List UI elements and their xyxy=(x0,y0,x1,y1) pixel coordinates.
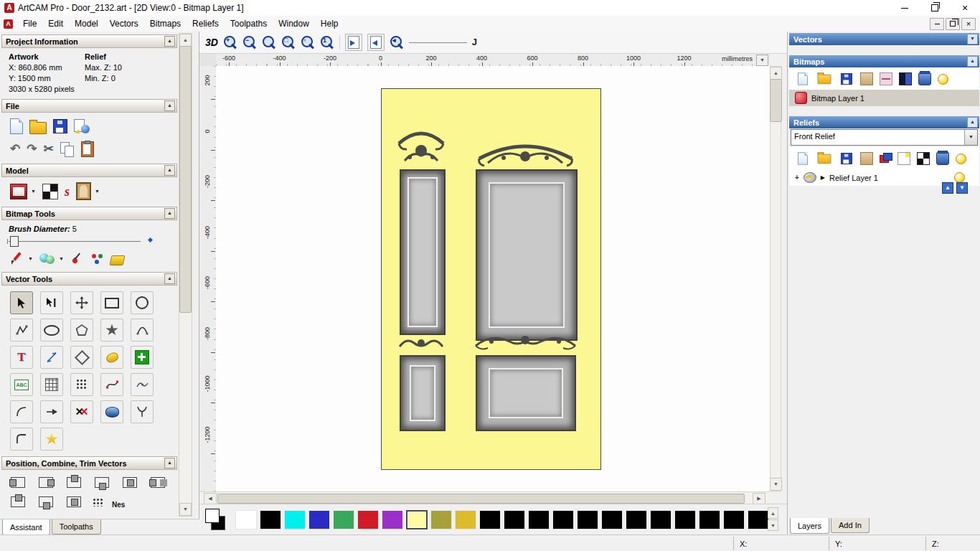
palette-swatch[interactable] xyxy=(674,510,696,529)
combine-tool-1[interactable] xyxy=(9,495,27,509)
palette-swatch[interactable] xyxy=(430,510,452,529)
canvas-scroll-left-button[interactable]: ◀ xyxy=(204,493,217,504)
combine-tool-2[interactable] xyxy=(37,495,55,509)
collapse-bitmap-tools-button[interactable]: ▲ xyxy=(164,208,175,219)
zoom-fit-button[interactable]: ▫ xyxy=(301,35,315,50)
palette-swatch[interactable] xyxy=(308,510,330,529)
bitmap-adjust-icon[interactable] xyxy=(880,72,892,85)
align-top-tool[interactable] xyxy=(65,476,83,489)
brush-diameter-slider[interactable] xyxy=(6,235,171,246)
relief-greyscale-icon[interactable] xyxy=(917,152,930,165)
collapse-model-button[interactable]: ▲ xyxy=(164,165,175,176)
canvas-scroll-down-button[interactable]: ▼ xyxy=(770,478,782,491)
palette-scroll-up-button[interactable]: ▲ xyxy=(768,507,778,519)
zoom-1to1-button[interactable]: 1 xyxy=(320,35,334,50)
delete-relief-layer-icon[interactable] xyxy=(936,152,949,165)
collapse-reliefs-button[interactable]: ▲ xyxy=(967,117,978,128)
menu-edit[interactable]: Edit xyxy=(42,16,69,32)
move-layer-up-button[interactable]: ▲ xyxy=(942,182,953,194)
reliefs-section-header[interactable]: Reliefs ▲ xyxy=(789,116,979,128)
vectors-section-header[interactable]: Vectors ▼ xyxy=(789,33,979,45)
model-size-dropdown-icon[interactable]: ▼ xyxy=(31,189,36,194)
palette-swatch[interactable] xyxy=(455,510,476,529)
collapse-file-button[interactable]: ▲ xyxy=(164,100,175,111)
menu-vectors[interactable]: Vectors xyxy=(104,16,144,32)
flood-fill-icon[interactable] xyxy=(109,255,125,265)
fillet-branch-tool[interactable] xyxy=(131,400,154,423)
redo-icon[interactable]: ↷ xyxy=(27,142,37,156)
new-bitmap-layer-icon[interactable] xyxy=(798,72,808,85)
create-polygon-tool[interactable] xyxy=(70,319,93,342)
paint-selective-icon[interactable] xyxy=(39,252,55,265)
model-lighting-icon[interactable] xyxy=(42,184,58,199)
measure-tool[interactable] xyxy=(40,346,63,369)
scroll-down-button[interactable]: ▼ xyxy=(179,503,192,516)
open-relief-layer-icon[interactable] xyxy=(818,154,831,163)
scroll-up-button[interactable]: ▲ xyxy=(179,34,192,47)
palette-scrollbar[interactable]: ▲ ▼ xyxy=(768,507,778,532)
slider-handle-icon[interactable]: Ј xyxy=(472,37,477,47)
wrap-vectors-tool[interactable] xyxy=(40,428,63,451)
paste-icon[interactable] xyxy=(81,141,94,157)
relief-layer-expand-icon[interactable]: ▶ xyxy=(821,174,825,181)
relief-layers-icon[interactable] xyxy=(880,153,891,164)
align-right-tool[interactable] xyxy=(37,476,55,489)
new-model-icon[interactable] xyxy=(10,118,23,134)
toggle-relief-visibility-icon[interactable] xyxy=(956,154,966,164)
door-artwork[interactable] xyxy=(381,88,601,470)
palette-swatch[interactable] xyxy=(479,510,501,529)
copy-icon[interactable] xyxy=(60,142,75,156)
move-layer-down-button[interactable]: ▼ xyxy=(956,182,968,194)
create-star-tool[interactable] xyxy=(100,319,123,342)
create-rectangle-tool[interactable] xyxy=(100,291,123,314)
relief-combo-dropdown-icon[interactable]: ▼ xyxy=(964,130,977,145)
save-bitmap-layer-icon[interactable] xyxy=(841,73,852,85)
close-button[interactable]: × xyxy=(950,0,980,16)
tab-assistant[interactable]: Assistant xyxy=(2,519,50,535)
primary-secondary-colour-indicator[interactable] xyxy=(205,509,225,530)
vector-direction-tool[interactable] xyxy=(40,400,63,423)
palette-swatch[interactable] xyxy=(260,510,281,529)
canvas-scroll-up-button[interactable]: ▲ xyxy=(770,67,782,80)
menu-bitmaps[interactable]: Bitmaps xyxy=(144,16,187,32)
toggle-3d-view-button[interactable]: 3D xyxy=(205,37,218,48)
palette-swatch[interactable] xyxy=(406,510,428,529)
mdi-restore-button[interactable] xyxy=(946,18,960,30)
transform-vectors-tool[interactable] xyxy=(70,291,93,314)
paint-dropdown-icon[interactable]: ▼ xyxy=(28,256,33,261)
toggle-bitmap-visibility-icon[interactable] xyxy=(938,74,948,85)
palette-swatch[interactable] xyxy=(577,510,598,529)
distort-vector-tool[interactable] xyxy=(100,346,123,369)
canvas-scroll-right-button[interactable]: ▶ xyxy=(753,493,765,504)
create-ellipse-tool[interactable] xyxy=(40,319,63,342)
menu-reliefs[interactable]: Reliefs xyxy=(187,16,225,32)
new-relief-layer-icon[interactable] xyxy=(798,152,808,164)
export-model-icon[interactable] xyxy=(74,119,90,133)
palette-swatch[interactable] xyxy=(333,510,354,529)
palette-swatch[interactable] xyxy=(357,510,379,529)
extrude-vector-tool[interactable] xyxy=(100,400,123,423)
arc-fit-tool[interactable] xyxy=(10,400,33,423)
tab-add-in[interactable]: Add In xyxy=(831,518,870,533)
relief-layer-visibility-icon[interactable] xyxy=(954,172,965,183)
restore-button[interactable] xyxy=(920,0,950,16)
align-left-tool[interactable] xyxy=(9,476,27,489)
palette-swatch[interactable] xyxy=(748,510,769,529)
adjust-relief-icon[interactable]: s xyxy=(65,184,70,199)
palette-swatch[interactable] xyxy=(284,510,306,529)
open-model-icon[interactable] xyxy=(29,122,47,134)
create-text-tool[interactable]: T xyxy=(10,346,33,369)
menu-file[interactable]: File xyxy=(17,16,42,32)
relief-calculate-icon[interactable] xyxy=(897,152,910,165)
fit-curve-tool[interactable] xyxy=(100,373,123,396)
block-copy-tool[interactable] xyxy=(70,373,93,396)
scroll-thumb[interactable] xyxy=(179,46,192,313)
draw-tool-icon[interactable] xyxy=(70,252,83,265)
zoom-box-button[interactable]: □ xyxy=(281,35,296,50)
paste-along-curve-tool[interactable] xyxy=(40,373,63,396)
paint-selective-dropdown-icon[interactable]: ▼ xyxy=(59,256,64,261)
text-block-tool[interactable]: ABC xyxy=(10,373,33,396)
bitmap-contrast-icon[interactable] xyxy=(899,72,912,85)
mdi-minimize-button[interactable] xyxy=(930,18,944,30)
units-dropdown[interactable]: ▼ xyxy=(756,55,768,66)
